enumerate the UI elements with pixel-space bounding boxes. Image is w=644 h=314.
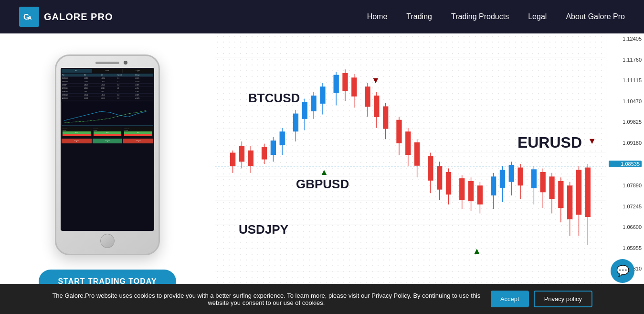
logo-icon: G A <box>19 7 39 27</box>
svg-rect-16 <box>239 146 244 162</box>
navbar: G A GALORE PRO Home Trading Trading Prod… <box>0 0 644 33</box>
cookie-buttons: Accept Privacy policy <box>491 291 592 307</box>
svg-rect-74 <box>540 172 546 192</box>
price-tick-0: 1.12405 <box>609 36 642 42</box>
price-tick-9: 1.06600 <box>609 224 642 230</box>
eurusd-label: EURUSD <box>517 134 582 152</box>
svg-rect-44 <box>383 107 388 129</box>
svg-rect-26 <box>293 114 298 132</box>
svg-rect-30 <box>311 96 316 111</box>
svg-rect-76 <box>549 176 554 199</box>
price-tick-8: 1.07245 <box>609 204 642 209</box>
svg-rect-36 <box>342 73 348 91</box>
price-tick-5: 1.09180 <box>609 140 642 146</box>
svg-rect-34 <box>334 75 339 93</box>
cookie-text: The Galore.Pro website uses cookies to p… <box>52 292 481 306</box>
arrow-down-2: ▼ <box>588 136 596 146</box>
svg-rect-42 <box>374 96 379 117</box>
hero-left: BTC Forex Crypto PairBidAskSpreadChange … <box>0 33 215 314</box>
logo-text: GALORE PRO <box>44 11 113 22</box>
svg-rect-70 <box>517 168 523 186</box>
phone-camera <box>124 61 127 65</box>
svg-rect-28 <box>302 102 307 119</box>
btcusd-label: BTCUSD <box>248 91 300 106</box>
nav-links: Home Trading Trading Products Legal Abou… <box>367 12 625 21</box>
svg-rect-40 <box>365 87 370 107</box>
accept-button[interactable]: Accept <box>491 291 529 307</box>
svg-rect-46 <box>396 120 401 143</box>
cookie-banner: The Galore.Pro website uses cookies to p… <box>0 284 644 314</box>
phone-home-button <box>100 234 115 248</box>
svg-rect-24 <box>280 131 285 145</box>
price-axis: 1.12405 1.11760 1.11115 1.10470 1.09825 … <box>606 33 644 295</box>
price-tick-1: 1.11760 <box>609 57 642 63</box>
svg-rect-64 <box>491 176 496 195</box>
nav-about[interactable]: About Galore Pro <box>566 12 625 21</box>
phone-speaker <box>95 62 119 64</box>
chat-icon: 💬 <box>616 265 629 277</box>
nav-trading[interactable]: Trading <box>406 12 432 21</box>
svg-rect-14 <box>230 152 235 166</box>
nav-legal[interactable]: Legal <box>528 12 547 21</box>
chat-button[interactable]: 💬 <box>611 259 634 283</box>
nav-home[interactable]: Home <box>367 12 388 21</box>
svg-rect-68 <box>509 165 514 182</box>
svg-rect-56 <box>446 172 451 195</box>
hero-section: BTC Forex Crypto PairBidAskSpreadChange … <box>0 33 644 314</box>
svg-rect-20 <box>262 147 267 159</box>
gbpusd-label: GBPUSD <box>296 177 349 192</box>
privacy-policy-button[interactable]: Privacy policy <box>534 291 592 307</box>
price-tick-4: 1.09825 <box>609 119 642 125</box>
svg-rect-62 <box>477 185 483 205</box>
svg-rect-32 <box>320 87 325 104</box>
price-tick-10: 1.05955 <box>609 245 642 251</box>
svg-rect-72 <box>531 169 537 188</box>
svg-rect-52 <box>428 156 433 181</box>
svg-rect-78 <box>558 181 563 208</box>
svg-rect-58 <box>459 178 465 200</box>
arrow-down-1: ▼ <box>371 76 380 86</box>
svg-rect-48 <box>405 131 411 155</box>
svg-rect-22 <box>271 141 276 155</box>
arrow-up-1: ▲ <box>320 167 328 177</box>
nav-trading-products[interactable]: Trading Products <box>451 12 509 21</box>
logo-area: G A GALORE PRO <box>19 7 113 27</box>
svg-rect-84 <box>585 168 591 217</box>
svg-rect-66 <box>500 170 505 188</box>
phone-screen: BTC Forex Crypto PairBidAskSpreadChange … <box>61 68 154 231</box>
svg-text:A: A <box>28 15 32 21</box>
svg-rect-60 <box>468 181 474 201</box>
svg-rect-18 <box>248 151 253 166</box>
price-tick-6: 1.08535 <box>609 161 642 167</box>
phone-container: BTC Forex Crypto PairBidAskSpreadChange … <box>55 54 160 255</box>
hero-right: ▼ ▲ ▼ ▲ BTCUSD EURUSD GBPUSD USDJPY 1.12… <box>215 33 644 314</box>
svg-rect-50 <box>414 142 420 166</box>
svg-rect-38 <box>351 77 357 97</box>
arrow-up-2: ▲ <box>473 246 481 256</box>
price-tick-2: 1.11115 <box>609 77 642 83</box>
svg-rect-54 <box>437 166 442 190</box>
svg-rect-82 <box>576 170 581 215</box>
price-tick-7: 1.07890 <box>609 183 642 188</box>
phone-outer: BTC Forex Crypto PairBidAskSpreadChange … <box>55 54 160 255</box>
price-tick-3: 1.10470 <box>609 98 642 104</box>
svg-rect-80 <box>567 185 572 219</box>
usdjpy-label: USDJPY <box>239 222 288 237</box>
